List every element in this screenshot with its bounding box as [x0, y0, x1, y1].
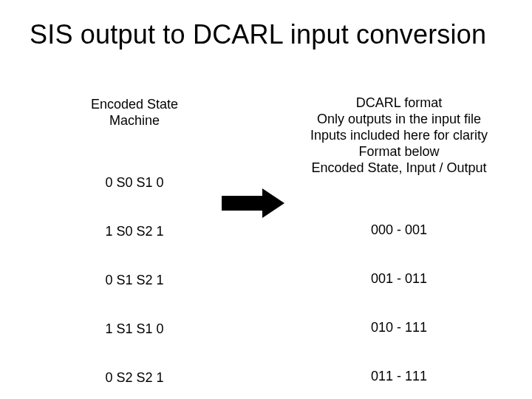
slide-title: SIS output to DCARL input conversion [30, 19, 517, 50]
dcarl-rows: 000 - 001 001 - 011 010 - 111 011 - 111 … [296, 189, 502, 399]
heading-line: Machine [109, 113, 160, 128]
state-machine-rows: 0 S0 S1 0 1 S0 S2 1 0 S1 S2 1 1 S1 S1 0 … [53, 142, 216, 399]
dcarl-row: 001 - 011 [296, 270, 502, 287]
arrow-icon [222, 188, 288, 218]
heading-line: Only outputs in the input file [296, 111, 502, 127]
state-row: 1 S0 S2 1 [53, 223, 216, 239]
state-row: 1 S1 S1 0 [53, 321, 216, 337]
heading-line: Format below [296, 143, 502, 160]
heading-line: DCARL format [296, 95, 502, 111]
heading-line: Encoded State [91, 97, 178, 112]
heading-line: Encoded State, Input / Output [296, 160, 502, 176]
state-row: 0 S1 S2 1 [53, 272, 216, 288]
state-row: 0 S2 S2 1 [53, 369, 216, 386]
dcarl-row: 000 - 001 [296, 222, 502, 238]
encoded-state-heading: Encoded State Machine [53, 96, 216, 129]
dcarl-row: 011 - 111 [296, 368, 502, 384]
heading-line: Inputs included here for clarity [296, 127, 502, 143]
slide: SIS output to DCARL input conversion Enc… [0, 0, 532, 399]
right-column: DCARL format Only outputs in the input f… [296, 95, 502, 399]
dcarl-row: 010 - 111 [296, 319, 502, 335]
left-column: Encoded State Machine 0 S0 S1 0 1 S0 S2 … [53, 96, 216, 399]
state-row: 0 S0 S1 0 [53, 174, 216, 191]
dcarl-heading: DCARL format Only outputs in the input f… [296, 95, 502, 176]
